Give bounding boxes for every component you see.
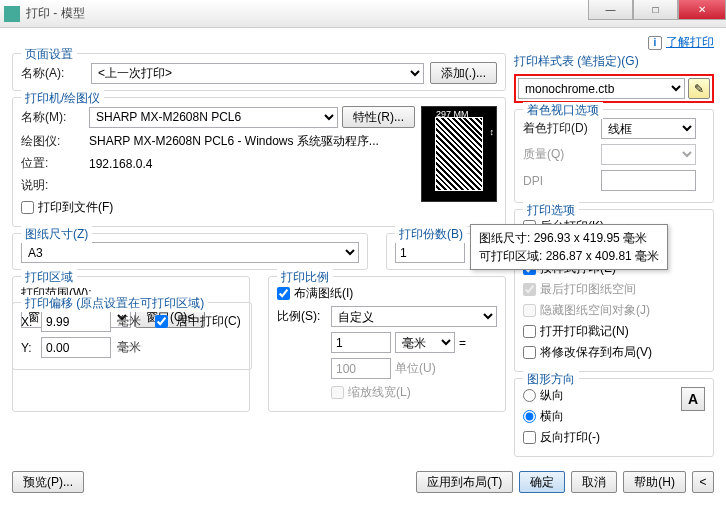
paper-size-group: 图纸尺寸(Z) A3 xyxy=(12,233,368,270)
location-label: 位置: xyxy=(21,155,85,172)
style-legend: 打印样式表 (笔指定)(G) xyxy=(514,53,714,70)
edit-style-button[interactable]: ✎ xyxy=(688,78,710,99)
center-checkbox[interactable] xyxy=(155,315,168,328)
plotter-label: 绘图仪: xyxy=(21,133,85,150)
shade-select[interactable]: 线框 xyxy=(601,118,696,139)
quality-select xyxy=(601,144,696,165)
y-label: Y: xyxy=(21,341,37,355)
cancel-button[interactable]: 取消 xyxy=(571,471,617,493)
info-icon[interactable]: i xyxy=(648,36,662,50)
stamp-checkbox[interactable] xyxy=(523,325,536,338)
plot-style-select[interactable]: monochrome.ctb xyxy=(518,78,685,99)
group-legend: 打印比例 xyxy=(277,269,333,286)
collapse-button[interactable]: < xyxy=(692,471,714,493)
group-legend: 打印偏移 (原点设置在可打印区域) xyxy=(21,295,208,312)
paper-size-select[interactable]: A3 xyxy=(21,242,359,263)
fit-to-paper-checkbox[interactable] xyxy=(277,287,290,300)
offset-group: 打印偏移 (原点设置在可打印区域) X: 毫米 居中打印(C) Y: 毫米 xyxy=(12,302,252,370)
unit2-label: 单位(U) xyxy=(395,360,436,377)
tooltip-line1: 图纸尺寸: 296.93 x 419.95 毫米 xyxy=(479,229,659,247)
unit-label: 毫米 xyxy=(117,313,141,330)
viewport-group: 着色视口选项 着色打印(D)线框 质量(Q) DPI xyxy=(514,109,714,203)
page-setup-select[interactable]: <上一次打印> xyxy=(91,63,424,84)
orientation-group: 图形方向 纵向 横向 反向打印(-) A xyxy=(514,378,714,457)
group-legend: 图纸尺寸(Z) xyxy=(21,226,92,243)
group-legend: 图形方向 xyxy=(523,371,579,388)
x-label: X: xyxy=(21,315,37,329)
titlebar: 打印 - 模型 — □ ✕ xyxy=(0,0,726,28)
apply-button[interactable]: 应用到布局(T) xyxy=(416,471,513,493)
group-legend: 打印份数(B) xyxy=(395,226,467,243)
scale-select[interactable]: 自定义 xyxy=(331,306,497,327)
add-button[interactable]: 添加(.)... xyxy=(430,62,497,84)
app-icon xyxy=(4,6,20,22)
printer-name-label: 名称(M): xyxy=(21,109,85,126)
group-legend: 着色视口选项 xyxy=(523,102,603,119)
tooltip-line2: 可打印区域: 286.87 x 409.81 毫米 xyxy=(479,247,659,265)
help-button[interactable]: 帮助(H) xyxy=(623,471,686,493)
dpi-label: DPI xyxy=(523,174,597,188)
hide-checkbox xyxy=(523,304,536,317)
dpi-input xyxy=(601,170,696,191)
group-legend: 打印机/绘图仪 xyxy=(21,90,104,107)
copies-input[interactable] xyxy=(395,242,465,263)
quality-label: 质量(Q) xyxy=(523,146,597,163)
printer-group: 打印机/绘图仪 名称(M): SHARP MX-M2608N PCL6 特性(R… xyxy=(12,97,506,227)
shade-label: 着色打印(D) xyxy=(523,120,597,137)
learn-print-link[interactable]: 了解打印 xyxy=(666,34,714,51)
minimize-button[interactable]: — xyxy=(588,0,633,20)
description-label: 说明: xyxy=(21,177,85,194)
print-to-file-label: 打印到文件(F) xyxy=(38,199,113,216)
scale-lineweight-checkbox xyxy=(331,386,344,399)
equals-label: = xyxy=(459,336,466,350)
maximize-button[interactable]: □ xyxy=(633,0,678,20)
fit-label: 布满图纸(I) xyxy=(294,285,353,302)
plotter-value: SHARP MX-M2608N PCL6 - Windows 系统驱动程序... xyxy=(89,133,379,150)
portrait-radio[interactable] xyxy=(523,389,536,402)
scale-group: 打印比例 布满图纸(I) 比例(S): 自定义 毫米 = 单位(U) xyxy=(268,276,506,412)
landscape-radio[interactable] xyxy=(523,410,536,423)
last-checkbox xyxy=(523,283,536,296)
group-legend: 打印选项 xyxy=(523,202,579,219)
scale-label: 比例(S): xyxy=(277,308,327,325)
group-legend: 打印区域 xyxy=(21,269,77,286)
offset-y-input[interactable] xyxy=(41,337,111,358)
unit1-select[interactable]: 毫米 xyxy=(395,332,455,353)
group-legend: 页面设置 xyxy=(21,46,77,63)
page-setup-group: 页面设置 名称(A): <上一次打印> 添加(.)... xyxy=(12,53,506,91)
size-tooltip: 图纸尺寸: 296.93 x 419.95 毫米 可打印区域: 286.87 x… xyxy=(470,224,668,270)
unit-label: 毫米 xyxy=(117,339,141,356)
save-layout-checkbox[interactable] xyxy=(523,346,536,359)
scale-num1-input[interactable] xyxy=(331,332,391,353)
offset-x-input[interactable] xyxy=(41,311,111,332)
scale-lw-label: 缩放线宽(L) xyxy=(348,384,411,401)
scale-num2-input xyxy=(331,358,391,379)
preview-button[interactable]: 预览(P)... xyxy=(12,471,84,493)
location-value: 192.168.0.4 xyxy=(89,157,152,171)
style-highlight-box: monochrome.ctb ✎ xyxy=(514,74,714,103)
arrow-icon: ↕ xyxy=(490,127,495,137)
paper-preview: 297 MM ↕ xyxy=(421,106,497,202)
properties-button[interactable]: 特性(R)... xyxy=(342,106,415,128)
ok-button[interactable]: 确定 xyxy=(519,471,565,493)
window-title: 打印 - 模型 xyxy=(26,5,85,22)
print-to-file-checkbox[interactable] xyxy=(21,201,34,214)
close-button[interactable]: ✕ xyxy=(678,0,726,20)
reverse-checkbox[interactable] xyxy=(523,431,536,444)
name-label: 名称(A): xyxy=(21,65,85,82)
center-label: 居中打印(C) xyxy=(176,313,241,330)
printer-select[interactable]: SHARP MX-M2608N PCL6 xyxy=(89,107,338,128)
orientation-icon: A xyxy=(681,387,705,411)
